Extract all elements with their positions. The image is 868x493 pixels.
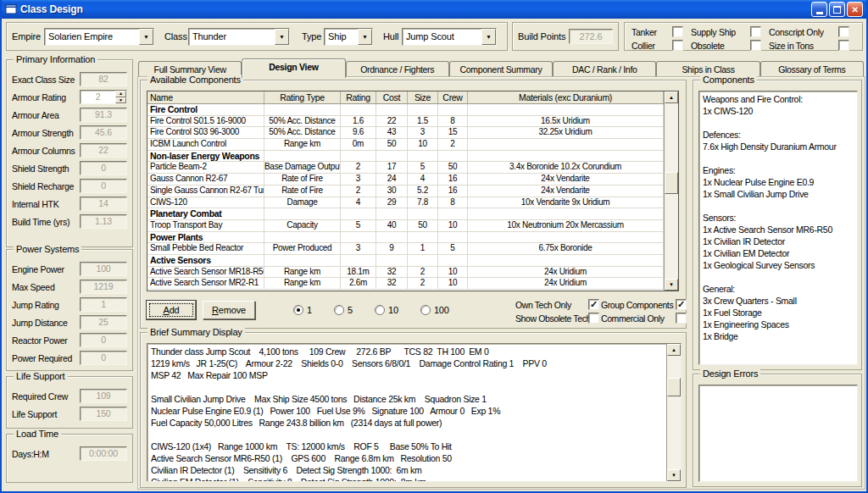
components-listbox[interactable]: Weapons and Fire Control: 1x CIWS-120 De… (698, 91, 858, 365)
spinner-up-icon[interactable] (115, 91, 126, 97)
flag-checkbox[interactable] (672, 26, 683, 37)
filter-label: Own Tech Only (515, 300, 587, 310)
filter-checkbox[interactable] (676, 299, 687, 310)
quantity-radio[interactable]: 10 (375, 305, 398, 315)
filter-label: Group Components (601, 300, 674, 310)
group-title: Design Errors (700, 368, 760, 379)
summary-scrollbar[interactable] (666, 344, 681, 481)
hull-select[interactable]: Jump Scout (402, 28, 497, 46)
dropdown-arrow-icon[interactable] (139, 29, 153, 45)
tab[interactable]: DAC / Rank / Info (553, 61, 656, 77)
dropdown-arrow-icon[interactable] (275, 29, 289, 45)
field-row: Armour Strength 45.6 (12, 125, 127, 140)
scroll-up-icon[interactable] (665, 91, 678, 103)
tab[interactable]: Component Summary (449, 61, 553, 77)
radio-label: 1 (307, 305, 312, 315)
flag-checkbox[interactable] (838, 40, 849, 51)
scrollbar-thumb[interactable] (667, 378, 681, 396)
tab[interactable]: Glossary of Terms (760, 61, 864, 77)
radio-icon (420, 305, 431, 315)
type-select[interactable]: Ship (324, 28, 373, 46)
field-value-box: 82 (80, 72, 127, 86)
group-title: Load Time (14, 429, 61, 439)
field-row: Life Support 150 (12, 407, 127, 421)
design-errors-text (699, 385, 857, 481)
scroll-up-icon[interactable] (667, 344, 681, 356)
field-row: Power Required 0 (12, 351, 127, 365)
dropdown-arrow-icon[interactable] (481, 29, 496, 45)
table-row[interactable]: Fire Control (147, 104, 664, 116)
field-label: Armour Area (12, 110, 59, 120)
maximize-button[interactable] (829, 2, 845, 17)
flag-checkbox[interactable] (750, 40, 761, 51)
field-row: Build Time (yrs) 1.13 (12, 214, 127, 229)
field-label: Exact Class Size (12, 75, 75, 85)
flag-label: Collier (632, 41, 665, 51)
table-row[interactable]: Small Pebble Bed Reactor Power Produced … (147, 243, 664, 255)
flag-checkbox[interactable] (672, 40, 683, 51)
scrollbar-thumb[interactable] (665, 172, 678, 194)
tab[interactable]: Design View (242, 58, 345, 78)
field-row: Armour Area 91.3 (12, 108, 127, 122)
dropdown-arrow-icon[interactable] (358, 29, 372, 45)
empire-select[interactable]: Solarien Empire (44, 28, 154, 46)
filter-checkbox[interactable] (676, 313, 687, 324)
radio-label: 100 (434, 305, 449, 315)
table-row[interactable]: Power Plants (147, 232, 664, 244)
design-errors-group: Design Errors (693, 374, 862, 487)
flag-checkbox[interactable] (838, 26, 849, 37)
table-row[interactable]: Active Search Sensor MR2-R1 Range km 2.6… (147, 278, 664, 290)
quantity-radio[interactable]: 5 (334, 305, 353, 315)
scroll-down-icon[interactable] (665, 279, 678, 291)
quantity-radio[interactable]: 100 (420, 305, 449, 315)
table-row[interactable]: Troop Transport Bay Capacity 5 40 50 10 … (147, 220, 664, 232)
radio-label: 10 (388, 305, 398, 315)
quantity-radio-group: 1 5 10 100 (293, 305, 449, 315)
available-components-table: Name Rating Type Rating Cost Size Crew M… (147, 91, 679, 291)
add-button[interactable]: Add (147, 301, 196, 319)
window-title: Class Design (20, 3, 83, 15)
field-label: Reactor Power (12, 335, 68, 346)
spinner-down-icon[interactable] (115, 97, 126, 104)
table-row[interactable]: Active Sensors (147, 255, 664, 267)
quantity-radio[interactable]: 1 (293, 305, 312, 315)
scroll-down-icon[interactable] (667, 469, 681, 481)
table-row[interactable]: Non-laser Energy Weapons (147, 151, 664, 163)
filter-label: Show Obsolete Tech (515, 313, 587, 324)
type-label: Type (302, 31, 324, 42)
ship-selectors-group: Empire Solarien Empire Class Thunder Typ… (6, 22, 508, 51)
remove-button[interactable]: Remove (203, 301, 255, 319)
table-row[interactable]: Planetary Combat (147, 208, 664, 220)
table-row[interactable]: Gauss Cannon R2-67 Rate of Fire 3 24 4 1… (147, 174, 664, 186)
field-label: Engine Power (12, 264, 64, 274)
field-label: Jump Distance (12, 318, 68, 328)
flag-label: Obsolete (691, 41, 743, 51)
brief-summary-textbox[interactable]: Thunder class Jump Scout 4,100 tons 109 … (147, 343, 682, 482)
table-row[interactable]: Single Gauss Cannon R2-67 Turret Rate of… (147, 186, 664, 197)
table-scrollbar[interactable] (664, 91, 678, 291)
tab[interactable]: Ordnance / Fighters (346, 61, 449, 77)
empire-label: Empire (12, 31, 44, 42)
field-label: Shield Recharge (12, 181, 74, 191)
field-row: Exact Class Size 82 (12, 72, 127, 86)
filter-checkbox[interactable] (588, 299, 599, 310)
filter-checkbox[interactable] (588, 313, 599, 324)
table-row[interactable]: Fire Control S01.5 16-9000 50% Acc. Dist… (147, 116, 664, 128)
field-label: Armour Rating (12, 92, 66, 102)
table-row[interactable]: Fire Control S03 96-3000 50% Acc. Distan… (147, 127, 664, 139)
table-row[interactable]: ICBM Launch Control Range km 0m 50 10 2 (147, 139, 664, 151)
class-select[interactable]: Thunder (188, 28, 290, 46)
field-value-box: 0 (80, 333, 127, 347)
group-title: Components (700, 75, 757, 85)
minimize-button[interactable] (811, 2, 827, 17)
field-label: Max Speed (12, 282, 54, 292)
flag-checkbox[interactable] (750, 26, 761, 37)
filter-checkboxes: Own Tech Only Group Components Show Obso… (515, 299, 687, 324)
table-row[interactable]: Active Search Sensor MR18-R50 Range km 1… (147, 267, 664, 279)
table-row[interactable]: Particle Beam-2 Base Damage Output 2 17 … (147, 162, 664, 174)
field-row: Reactor Power 0 (12, 333, 127, 347)
flag-label: Supply Ship (691, 27, 743, 37)
close-button[interactable] (847, 2, 863, 17)
field-row: Jump Rating 1 (12, 297, 127, 312)
table-row[interactable]: CIWS-120 Damage 4 29 7.8 8 10x Vendarite… (147, 197, 664, 209)
